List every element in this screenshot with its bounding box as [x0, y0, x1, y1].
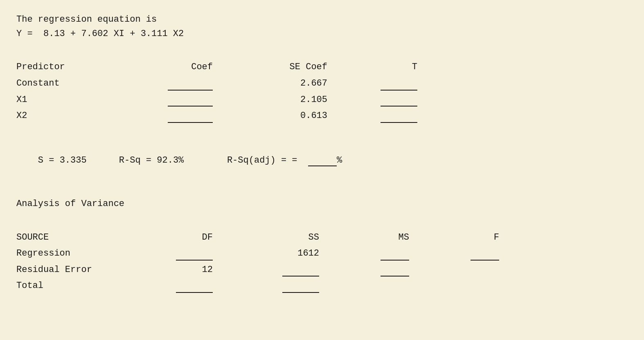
- regression-header-line1: The regression equation is: [16, 12, 628, 27]
- predictor-constant-coef: [131, 75, 237, 92]
- col-header-t: T: [352, 59, 434, 75]
- anova-title: Analysis of Variance: [16, 197, 628, 211]
- predictor-x2-coef: [131, 108, 237, 124]
- anova-row-regression: Regression 1612: [16, 245, 628, 262]
- predictor-constant-label: Constant: [16, 75, 131, 92]
- anova-table-header: SOURCE DF SS MS F: [16, 229, 628, 246]
- rsqadj-label: R-Sq(adj) =: [227, 155, 286, 165]
- anova-total-ss: [237, 278, 344, 294]
- anova-col-header-df: DF: [147, 229, 237, 246]
- anova-total-df: [147, 278, 237, 294]
- predictor-row-constant: Constant 2.667: [16, 75, 628, 92]
- anova-residual-df: 12: [147, 262, 237, 278]
- rsq-value: 92.3%: [157, 155, 184, 165]
- percent-sign: %: [337, 155, 342, 165]
- anova-row-total: Total: [16, 278, 628, 294]
- regression-equation: Y = 8.13 + 7.602 XI + 3.111 X2: [16, 27, 628, 41]
- anova-col-header-ss: SS: [237, 229, 344, 246]
- predictor-x1-label: X1: [16, 92, 131, 108]
- predictor-x2-secoef: 0.613: [237, 108, 352, 124]
- anova-col-header-ms: MS: [344, 229, 434, 246]
- anova-row-residual: Residual Error 12: [16, 262, 628, 278]
- rsq-label: R-Sq =: [119, 155, 151, 165]
- predictor-table: Predictor Coef SE Coef T Constant 2.667 …: [16, 59, 628, 124]
- predictor-x2-t: [352, 108, 434, 124]
- predictor-table-header: Predictor Coef SE Coef T: [16, 59, 628, 75]
- anova-regression-ms: [344, 245, 434, 262]
- anova-col-header-f: F: [434, 229, 499, 246]
- predictor-x2-label: X2: [16, 108, 131, 124]
- s-value: 3.335: [60, 155, 87, 165]
- anova-regression-df: [147, 245, 237, 262]
- anova-regression-f: [434, 245, 499, 262]
- col-header-secoef: SE Coef: [237, 59, 352, 75]
- stats-line: S = 3.335 R-Sq = 92.3% R-Sq(adj) = = %: [16, 139, 628, 182]
- anova-residual-source: Residual Error: [16, 262, 147, 278]
- anova-col-header-source: SOURCE: [16, 229, 147, 246]
- col-header-coef: Coef: [131, 59, 237, 75]
- rsqadj-blank: [308, 165, 337, 166]
- s-label: S =: [38, 155, 54, 165]
- col-header-predictor: Predictor: [16, 59, 131, 75]
- anova-table: SOURCE DF SS MS F Regression 1612 Residu…: [16, 229, 628, 294]
- anova-residual-ms: [344, 262, 434, 278]
- predictor-row-x1: X1 2.105: [16, 92, 628, 108]
- main-content: The regression equation is Y = 8.13 + 7.…: [16, 12, 628, 294]
- predictor-x1-coef: [131, 92, 237, 108]
- anova-total-source: Total: [16, 278, 147, 294]
- predictor-x1-secoef: 2.105: [237, 92, 352, 108]
- predictor-constant-t: [352, 75, 434, 92]
- predictor-row-x2: X2 0.613: [16, 108, 628, 124]
- anova-regression-ss: 1612: [237, 245, 344, 262]
- anova-residual-ss: [237, 262, 344, 278]
- predictor-x1-t: [352, 92, 434, 108]
- predictor-constant-secoef: 2.667: [237, 75, 352, 92]
- anova-regression-source: Regression: [16, 245, 147, 262]
